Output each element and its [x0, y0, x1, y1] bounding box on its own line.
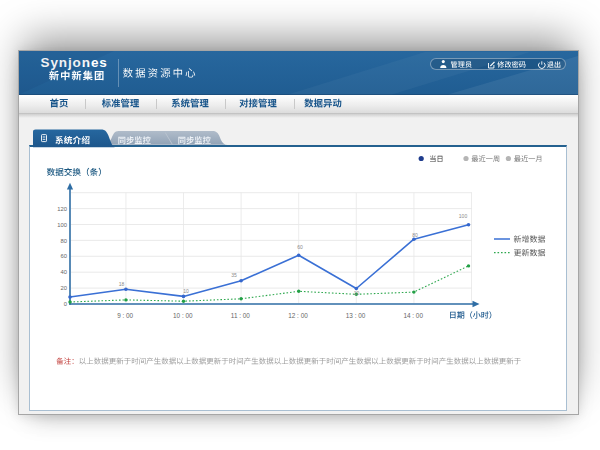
- svg-text:80: 80: [61, 238, 67, 244]
- svg-text:60: 60: [61, 253, 67, 259]
- svg-text:20: 20: [61, 285, 67, 291]
- svg-text:14 : 00: 14 : 00: [403, 312, 423, 319]
- svg-text:100: 100: [459, 213, 468, 219]
- svg-text:9 : 00: 9 : 00: [117, 312, 133, 319]
- svg-text:10: 10: [354, 290, 360, 296]
- svg-text:10 : 00: 10 : 00: [173, 312, 193, 319]
- svg-text:0: 0: [64, 301, 67, 307]
- svg-text:10: 10: [183, 288, 189, 294]
- svg-text:12 : 00: 12 : 00: [288, 312, 308, 319]
- svg-text:120: 120: [57, 206, 67, 212]
- svg-text:35: 35: [231, 272, 237, 278]
- svg-text:100: 100: [57, 222, 67, 228]
- svg-text:18: 18: [119, 281, 125, 287]
- svg-text:13 : 00: 13 : 00: [346, 312, 366, 319]
- svg-text:40: 40: [61, 269, 67, 275]
- svg-text:60: 60: [297, 244, 303, 250]
- svg-text:11 : 00: 11 : 00: [231, 312, 251, 319]
- svg-text:80: 80: [412, 232, 418, 238]
